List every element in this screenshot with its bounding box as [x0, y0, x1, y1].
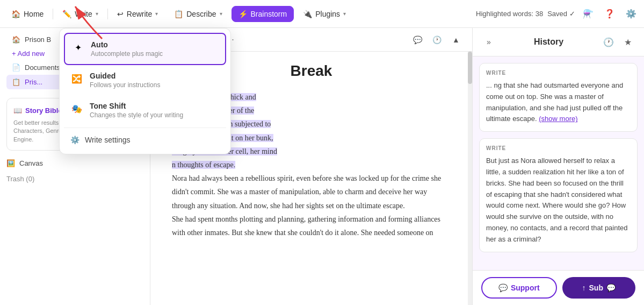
dropdown-divider — [64, 127, 226, 128]
settings-icon: ⚙️ — [70, 136, 79, 144]
nav-divider-2 — [107, 9, 108, 19]
dropdown-guided-text: Guided Follows your instructions — [90, 72, 160, 89]
dropdown-tone-shift-text: Tone Shift Changes the style of your wri… — [90, 102, 183, 119]
guided-icon: 🔀 — [70, 72, 83, 85]
rewrite-chevron-icon: ▾ — [155, 11, 158, 17]
canvas-icon: 🖼️ — [6, 159, 15, 167]
prison-doc-label: Pris... — [25, 78, 42, 86]
history-header: » History 🕐 ★ — [473, 28, 644, 56]
toolbar-right: 💬 🕐 ▲ — [410, 32, 464, 47]
add-new-label: + Add new — [12, 49, 45, 58]
story-bible-title: 📖 Story Bible — [13, 107, 62, 115]
canvas-label: Canvas — [19, 159, 43, 167]
nav-divider-1 — [53, 9, 53, 19]
support-label: Support — [511, 283, 540, 292]
settings-icon-button[interactable]: ⚙️ — [623, 5, 640, 23]
sub-label: Sub — [589, 283, 603, 292]
pencil-icon: ✏️ — [62, 10, 71, 18]
top-nav: 🏠 Home ✏️ Write ▾ ↩ Rewrite ▾ 📋 Describe… — [0, 0, 644, 28]
story-bible-icon: 📖 — [13, 107, 22, 115]
dropdown-item-tone-shift[interactable]: 🎭 Tone Shift Changes the style of your w… — [64, 95, 226, 125]
highlighted-words-badge: Highlighted words: 38 — [476, 10, 543, 18]
comment-btn[interactable]: 💬 — [410, 32, 425, 47]
dropdown-menu: ✦ Auto Autocomplete plus magic 🔀 Guided … — [59, 28, 231, 154]
home-icon: 🏠 — [11, 10, 20, 18]
brainstorm-button[interactable]: ⚡ Brainstorm — [231, 6, 294, 22]
plugins-button[interactable]: 🔌 Plugins ▾ — [296, 6, 353, 22]
describe-icon: 📋 — [174, 10, 183, 18]
saved-badge: Saved ✓ — [547, 10, 575, 18]
history-entry-1: WRITE ... ng that she had outsmarted eve… — [479, 63, 638, 132]
dropdown-item-guided[interactable]: 🔀 Guided Follows your instructions — [64, 65, 226, 95]
collapse-btn[interactable]: ▲ — [448, 32, 464, 47]
plugins-label: Plugins — [315, 10, 340, 18]
history-entry-2-text: But just as Nora allowed herself to rela… — [486, 155, 631, 245]
plugins-icon: 🔌 — [303, 10, 312, 18]
guided-desc: Follows your instructions — [90, 81, 160, 89]
auto-desc: Autocomplete plus magic — [91, 50, 163, 58]
tone-shift-title: Tone Shift — [90, 102, 183, 110]
history-content: WRITE ... ng that she had outsmarted eve… — [473, 56, 644, 270]
rewrite-icon: ↩ — [117, 10, 124, 18]
sidebar-item-canvas[interactable]: 🖼️ Canvas — [0, 155, 150, 172]
history-entry-1-text: ... ng that she had outsmarted everyone … — [486, 80, 631, 125]
saved-label: Saved — [547, 10, 567, 18]
history-entry-2-label: WRITE — [486, 145, 631, 151]
auto-title: Auto — [91, 40, 163, 49]
write-label: Write — [75, 10, 92, 18]
sidebar-prison-b-label: Prison B — [25, 36, 51, 44]
chat-icon: 💬 — [606, 283, 616, 292]
book-icon: 🏠 — [12, 36, 20, 44]
sub-button[interactable]: ↑ Sub 💬 — [562, 277, 636, 299]
write-chevron-icon: ▾ — [96, 11, 98, 17]
write-dropdown: ✦ Auto Autocomplete plus magic 🔀 Guided … — [59, 28, 231, 154]
dropdown-item-auto[interactable]: ✦ Auto Autocomplete plus magic — [64, 33, 226, 65]
flask-icon-button[interactable]: ⚗️ — [580, 5, 597, 23]
rewrite-button[interactable]: ↩ Rewrite ▾ — [110, 6, 165, 22]
editor-scrollbar-track[interactable] — [468, 52, 472, 305]
home-label: Home — [24, 10, 44, 18]
document-icon: 📄 — [12, 63, 20, 72]
story-bible-title-text: Story Bible — [25, 107, 62, 115]
normal-passage: Nora had always been a rebellious spirit… — [172, 174, 441, 237]
help-icon-button[interactable]: ❓ — [601, 5, 618, 23]
history-sidebar: » History 🕐 ★ WRITE ... ng that she had … — [472, 28, 644, 305]
support-button[interactable]: 💬 Support — [481, 277, 557, 299]
tone-shift-icon: 🎭 — [70, 102, 83, 115]
show-more-link[interactable]: (show more) — [539, 115, 577, 123]
tone-shift-desc: Changes the style of your writing — [90, 111, 183, 119]
brainstorm-label: Brainstorm — [251, 10, 287, 18]
history-entry-2: WRITE But just as Nora allowed herself t… — [479, 138, 638, 252]
describe-label: Describe — [186, 10, 216, 18]
history-btn[interactable]: 🕐 — [429, 32, 444, 47]
history-collapse-btn[interactable]: » — [481, 34, 496, 49]
history-clock-btn[interactable]: 🕐 — [601, 34, 616, 49]
rewrite-label: Rewrite — [127, 10, 152, 18]
auto-icon: ✦ — [71, 41, 84, 54]
history-star-btn[interactable]: ★ — [620, 34, 635, 49]
describe-button[interactable]: 📋 Describe ▾ — [167, 6, 229, 22]
editor-scrollbar-thumb[interactable] — [468, 52, 472, 84]
check-icon: ✓ — [569, 10, 575, 18]
brainstorm-icon: ⚡ — [238, 10, 248, 18]
plugins-chevron-icon: ▾ — [343, 11, 346, 17]
history-title: History — [501, 37, 597, 47]
describe-chevron-icon: ▾ — [220, 11, 222, 17]
sidebar-item-trash[interactable]: Trash (0) — [0, 172, 150, 186]
history-entry-1-label: WRITE — [486, 70, 631, 76]
write-button[interactable]: ✏️ Write ▾ — [55, 6, 105, 22]
guided-title: Guided — [90, 72, 160, 80]
documents-label: Documents — [25, 63, 60, 72]
home-button[interactable]: 🏠 Home — [4, 6, 50, 22]
history-footer: 💬 Support ↑ Sub 💬 — [473, 270, 644, 305]
nav-right: Highlighted words: 38 Saved ✓ ⚗️ ❓ ⚙️ — [476, 5, 640, 23]
dropdown-write-settings[interactable]: ⚙️ Write settings — [64, 130, 226, 150]
write-settings-label: Write settings — [85, 136, 131, 144]
active-doc-icon: 📋 — [12, 78, 20, 86]
support-icon: 💬 — [498, 283, 508, 292]
dropdown-auto-text: Auto Autocomplete plus magic — [91, 40, 163, 58]
main-layout: 🏠 Prison B + Add new 📄 Documents 📋 Pris.… — [0, 28, 644, 305]
sub-icon: ↑ — [582, 283, 586, 292]
